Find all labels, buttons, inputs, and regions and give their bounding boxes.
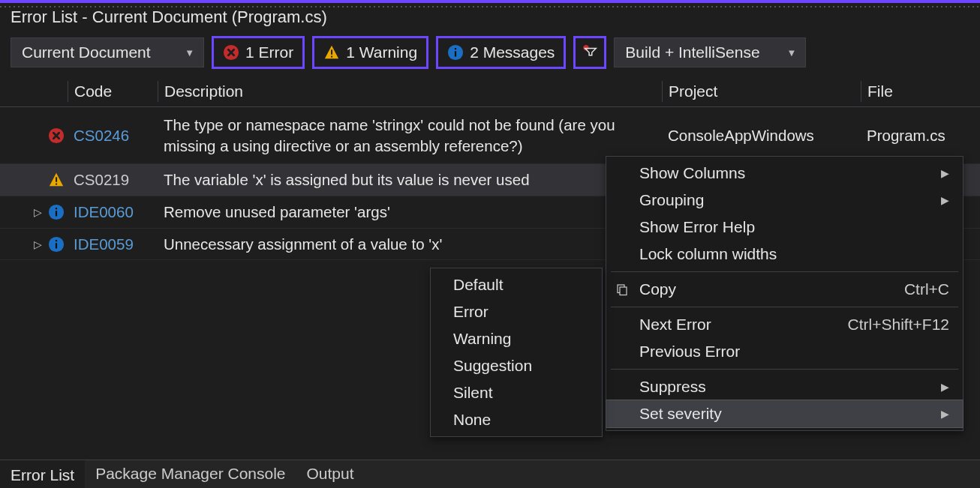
messages-count-label: 2 Messages xyxy=(470,43,555,61)
menu-suppress[interactable]: Suppress ▶ xyxy=(606,373,963,400)
menu-label: Lock column widths xyxy=(639,245,777,263)
code-cell[interactable]: IDE0059 xyxy=(68,235,158,253)
scope-dropdown[interactable]: Current Document ▼ xyxy=(11,37,204,67)
warning-icon xyxy=(323,44,340,61)
menu-label: Previous Error xyxy=(639,343,740,361)
svg-rect-5 xyxy=(455,48,456,49)
col-description[interactable]: Description xyxy=(158,81,662,102)
chevron-right-icon: ▶ xyxy=(941,167,949,179)
chevron-down-icon: ▼ xyxy=(185,47,194,58)
svg-rect-12 xyxy=(56,208,57,209)
col-code[interactable]: Code xyxy=(68,81,158,102)
menu-label: Set severity xyxy=(639,405,722,423)
error-list-toolbar: Current Document ▼ 1 Error 1 Warning 2 M… xyxy=(0,31,980,76)
svg-rect-4 xyxy=(455,51,456,56)
menu-grouping[interactable]: Grouping ▶ xyxy=(606,187,963,214)
footer-tabs: Error List Package Manager Console Outpu… xyxy=(0,460,980,488)
menu-next-error[interactable]: Next Error Ctrl+Shift+F12 xyxy=(606,311,963,338)
copy-icon xyxy=(614,281,630,298)
expand-toggle[interactable]: ▷ xyxy=(0,206,45,218)
code-cell[interactable]: IDE0060 xyxy=(68,203,158,221)
menu-previous-error[interactable]: Previous Error xyxy=(606,338,963,365)
menu-separator xyxy=(611,369,958,370)
col-file[interactable]: File xyxy=(861,81,980,102)
project-cell: ConsoleAppWindows xyxy=(662,125,861,146)
chevron-right-icon: ▶ xyxy=(941,408,949,420)
context-menu: Show Columns ▶ Grouping ▶ Show Error Hel… xyxy=(606,156,963,431)
source-dropdown[interactable]: Build + IntelliSense ▼ xyxy=(614,37,806,67)
svg-rect-15 xyxy=(56,240,57,241)
description-cell: Remove unused parameter 'args' xyxy=(158,202,662,223)
menu-label: Show Columns xyxy=(639,164,745,182)
source-label: Build + IntelliSense xyxy=(625,43,759,61)
description-cell: The variable 'x' is assigned but its val… xyxy=(158,169,662,190)
svg-rect-9 xyxy=(56,184,57,185)
error-icon xyxy=(45,127,68,144)
expand-toggle[interactable]: ▷ xyxy=(0,238,45,250)
info-icon xyxy=(447,44,464,61)
menu-show-error-help[interactable]: Show Error Help xyxy=(606,214,963,241)
menu-label: Next Error xyxy=(639,316,711,334)
description-cell: The type or namespace name 'stringx' cou… xyxy=(158,115,662,156)
col-icon[interactable] xyxy=(0,81,45,102)
svg-rect-14 xyxy=(56,243,57,248)
info-icon xyxy=(45,236,68,253)
severity-suggestion[interactable]: Suggestion xyxy=(431,352,602,379)
severity-warning[interactable]: Warning xyxy=(431,325,602,352)
svg-rect-1 xyxy=(331,49,332,54)
menu-copy[interactable]: Copy Ctrl+C xyxy=(606,276,963,303)
filter-icon xyxy=(582,44,598,61)
menu-shortcut: Ctrl+C xyxy=(874,280,949,298)
errors-filter-button[interactable]: 1 Error xyxy=(212,36,305,69)
svg-rect-11 xyxy=(56,211,57,216)
scope-label: Current Document xyxy=(22,43,151,61)
svg-rect-8 xyxy=(56,178,57,182)
severity-none[interactable]: None xyxy=(431,406,602,433)
severity-submenu: Default Error Warning Suggestion Silent … xyxy=(430,268,603,437)
tab-error-list[interactable]: Error List xyxy=(0,460,85,488)
menu-separator xyxy=(611,271,958,272)
severity-silent[interactable]: Silent xyxy=(431,379,602,406)
chevron-down-icon: ▼ xyxy=(786,47,796,58)
menu-set-severity[interactable]: Set severity ▶ xyxy=(606,400,963,427)
clear-filter-button[interactable] xyxy=(573,36,606,69)
chevron-right-icon: ▶ xyxy=(941,381,949,393)
col-project[interactable]: Project xyxy=(662,81,861,102)
errors-count-label: 1 Error xyxy=(245,43,293,61)
tab-output[interactable]: Output xyxy=(296,460,365,488)
severity-error[interactable]: Error xyxy=(431,298,602,325)
menu-show-columns[interactable]: Show Columns ▶ xyxy=(606,160,963,187)
code-cell[interactable]: CS0246 xyxy=(68,127,158,145)
severity-default[interactable]: Default xyxy=(431,271,602,298)
info-icon xyxy=(45,204,68,220)
chevron-right-icon: ▶ xyxy=(941,194,949,206)
description-cell: Unnecessary assignment of a value to 'x' xyxy=(158,234,662,255)
code-cell[interactable]: CS0219 xyxy=(68,171,158,189)
grid-header: Code Description Project File xyxy=(0,76,980,107)
menu-shortcut: Ctrl+Shift+F12 xyxy=(818,316,949,334)
menu-label: Copy xyxy=(639,280,676,298)
warning-icon xyxy=(45,172,68,188)
file-cell: Program.cs xyxy=(861,125,980,146)
tab-package-manager-console[interactable]: Package Manager Console xyxy=(85,460,296,488)
menu-label: Grouping xyxy=(639,191,704,209)
svg-rect-2 xyxy=(331,56,332,58)
menu-separator xyxy=(611,307,958,307)
menu-lock-column-widths[interactable]: Lock column widths xyxy=(606,241,963,268)
svg-rect-17 xyxy=(620,287,627,295)
warnings-count-label: 1 Warning xyxy=(346,43,417,61)
panel-top-border xyxy=(0,6,980,7)
menu-label: Suppress xyxy=(639,378,706,396)
menu-label: Show Error Help xyxy=(639,218,755,236)
warnings-filter-button[interactable]: 1 Warning xyxy=(312,36,428,69)
error-icon xyxy=(223,44,239,61)
messages-filter-button[interactable]: 2 Messages xyxy=(436,36,566,69)
